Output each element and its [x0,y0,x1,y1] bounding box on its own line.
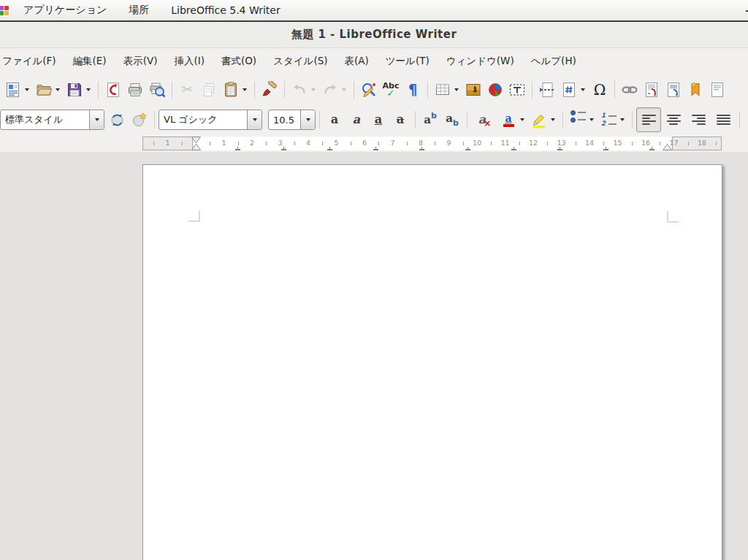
insert-textbox-button[interactable] [506,77,528,102]
highlight-color-dropdown[interactable] [551,118,555,121]
ruler-tab-stop [235,146,240,150]
font-size-dropdown[interactable] [300,110,315,129]
justify-button[interactable] [711,107,736,132]
font-color-button[interactable]: a [497,107,519,132]
insert-table-dropdown[interactable] [454,88,459,91]
spelling-button[interactable]: Abc ✓ [380,77,402,102]
print-preview-button[interactable] [146,77,168,102]
bullet-list-button[interactable] [567,107,589,132]
export-pdf-button[interactable] [102,77,124,102]
align-right-button[interactable] [686,107,711,132]
insert-chart-button[interactable] [484,77,506,102]
numbered-list-dropdown[interactable] [620,118,625,121]
ruler-tick [491,142,492,145]
insert-bookmark-button[interactable] [684,77,706,102]
open-folder-icon [35,81,53,99]
menu-styles[interactable]: スタイル(S) [266,50,335,73]
copy-button[interactable] [198,77,220,102]
insert-endnote-button[interactable] [663,77,684,102]
align-right-icon [692,115,706,125]
insert-table-button[interactable] [432,77,454,102]
numbered-list-button[interactable]: 1 2 [598,107,619,132]
insert-hyperlink-button[interactable] [619,77,641,102]
bullet-list-dropdown[interactable] [589,118,594,121]
print-button[interactable] [124,77,146,102]
insert-field-dropdown[interactable] [581,88,585,91]
ruler-tick [351,142,351,145]
insert-image-button[interactable] [462,77,484,102]
clone-formatting-button[interactable] [259,77,280,102]
find-replace-button[interactable] [358,77,380,102]
menu-view[interactable]: 表示(V) [116,50,165,73]
menu-tools[interactable]: ツール(T) [378,50,437,73]
ruler-number: 11 [500,139,509,147]
menu-edit[interactable]: 編集(E) [66,50,114,73]
clear-formatting-button[interactable]: a× [471,107,493,132]
menu-file[interactable]: ファイル(F) [0,50,64,73]
menu-format[interactable]: 書式(O) [214,50,264,73]
insert-footnote-button[interactable] [641,77,663,102]
undo-icon [291,81,308,99]
insert-image-icon [465,81,482,99]
toolbar-separator [739,111,740,129]
right-indent-marker[interactable] [663,144,672,150]
strikethrough-button[interactable]: a [389,107,411,132]
cut-button[interactable]: ✂ [176,77,198,102]
desktop-screen: アプリケーション 場所 LibreOffice 5.4 Writer – 無題 … [0,0,748,560]
redo-button[interactable] [319,77,341,102]
paste-button[interactable] [220,77,242,102]
align-left-button[interactable] [636,107,661,132]
panel-menu-places[interactable]: 場所 [118,4,160,17]
copy-icon [200,81,218,99]
menu-insert[interactable]: 挿入(I) [167,50,212,73]
menu-bar: ファイル(F) 編集(E) 表示(V) 挿入(I) 書式(O) スタイル(S) … [0,48,748,74]
insert-field-button[interactable] [558,77,580,102]
bold-button[interactable]: a [324,107,346,132]
new-document-dropdown[interactable] [25,88,29,91]
insert-page-break-button[interactable] [536,77,558,102]
toolbar-separator [632,111,633,129]
italic-button[interactable]: a [346,107,367,132]
underline-button[interactable]: a [367,107,389,132]
ruler[interactable]: 1123456789101112131415161718 [142,137,722,150]
insert-cross-reference-button[interactable] [706,77,728,102]
paragraph-style-dropdown[interactable] [89,110,104,129]
menu-window[interactable]: ウィンドウ(W) [439,50,522,73]
document-page[interactable] [142,164,722,560]
clone-formatting-brush-icon [261,81,278,99]
ruler-number: 6 [362,139,367,147]
subscript-button[interactable]: ab [441,107,463,132]
align-center-button[interactable] [661,107,686,132]
insert-special-character-button[interactable]: Ω [589,77,611,102]
save-button[interactable] [64,77,85,102]
insert-chart-pie-icon [486,81,504,99]
toolbar-separator [284,81,285,99]
formatting-marks-button[interactable]: ¶ [402,77,424,102]
window-titlebar[interactable]: 無題 1 - LibreOffice Writer [0,22,748,48]
new-style-button[interactable] [129,107,150,132]
panel-menu-active-app[interactable]: LibreOffice 5.4 Writer [160,4,291,16]
paste-dropdown[interactable] [243,88,247,91]
font-color-dropdown[interactable] [520,118,524,121]
ruler-tick [407,142,408,145]
paragraph-style-combo[interactable]: 標準スタイル [0,110,104,130]
undo-dropdown[interactable] [311,88,316,91]
redo-dropdown[interactable] [342,88,346,91]
font-size-combo[interactable]: 10.5 [268,110,316,130]
update-style-button[interactable] [107,107,129,132]
undo-button[interactable] [289,77,310,102]
font-name-combo[interactable]: VL ゴシック [159,110,262,130]
left-indent-marker[interactable] [191,137,201,150]
highlight-color-button[interactable] [528,107,550,132]
ruler-tick [463,142,464,145]
font-name-dropdown[interactable] [247,110,262,129]
open-dropdown[interactable] [56,88,60,91]
toolbar-separator [415,111,416,129]
open-button[interactable] [33,77,55,102]
save-dropdown[interactable] [86,88,91,91]
superscript-button[interactable]: ab [419,107,441,132]
menu-table[interactable]: 表(A) [337,50,376,73]
panel-menu-applications[interactable]: アプリケーション [12,4,118,17]
new-document-button[interactable] [2,77,24,102]
menu-help[interactable]: ヘルプ(H) [524,50,584,73]
